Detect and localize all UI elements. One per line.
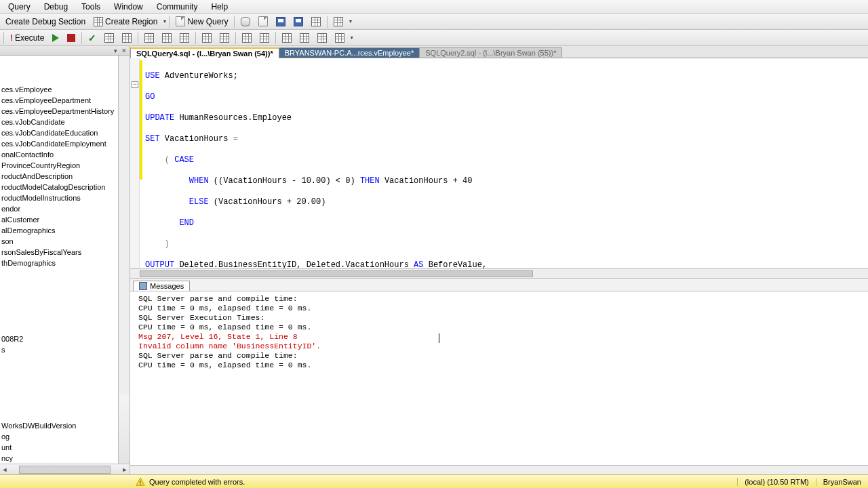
message-line: CPU time = 0 ms, elapsed time = 0 ms. (138, 361, 860, 370)
toolbar-main: Create Debug Section Create Region ▼ New… (0, 14, 868, 30)
create-debug-section-button[interactable]: Create Debug Section (1, 16, 90, 28)
activity-button[interactable] (330, 16, 347, 28)
tree-item[interactable]: 008R2 (0, 333, 119, 344)
document-tabs: SQLQuery4.sql - (l...\Bryan Swan (54))* … (130, 46, 868, 58)
tree-item[interactable]: thDemographics (0, 258, 119, 268)
messages-icon (139, 282, 147, 290)
values-icon (282, 33, 292, 43)
fold-minus-icon[interactable]: − (132, 81, 138, 88)
tab-vemployee[interactable]: BRYANSWAN-PC.A...rces.vEmployee* (279, 47, 420, 58)
tree-item[interactable]: WorksDWBuildVersion (0, 420, 119, 431)
tree-item[interactable]: roductModelCatalogDescription (0, 182, 119, 192)
object-tree-lower[interactable]: WorksDWBuildVersion og unt ncy (0, 394, 130, 464)
sql-editor[interactable]: − USE AdventureWorks; GO UPDATE HumanRes… (130, 58, 868, 268)
tree-item[interactable]: alCustomer (0, 214, 119, 225)
tree-item[interactable]: roductAndDescription (0, 171, 119, 182)
tree-item[interactable]: ces.vJobCandidate (0, 117, 119, 127)
tree-item[interactable]: roductModelInstructions (0, 192, 119, 203)
status-message: Query completed with errors. (149, 478, 245, 486)
outdent-icon (260, 33, 269, 43)
code-content[interactable]: USE AdventureWorks; GO UPDATE HumanResou… (130, 58, 868, 268)
menu-help[interactable]: Help (204, 1, 235, 13)
specify-values-button[interactable] (278, 32, 296, 44)
messages-pane[interactable]: SQL Server parse and compile time: CPU t… (130, 291, 868, 465)
tree-item[interactable]: rsonSalesByFiscalYears (0, 247, 119, 258)
menu-query[interactable]: Query (1, 1, 37, 13)
execute-button[interactable]: ! Execute (6, 32, 48, 44)
outdent-button[interactable] (256, 32, 273, 44)
fold-gutter: − (130, 58, 140, 268)
intellisense-button[interactable] (331, 32, 349, 44)
scroll-right-icon[interactable]: ► (120, 466, 130, 473)
database-icon (241, 17, 250, 26)
tree-item[interactable]: alDemographics (0, 225, 119, 236)
options-icon (122, 33, 132, 43)
indent-button[interactable] (238, 32, 256, 44)
dropdown-arrow-icon[interactable]: ▼ (162, 19, 167, 24)
message-line: SQL Server Execution Times: (138, 313, 860, 323)
tree-item[interactable]: ces.vJobCandidateEmployment (0, 138, 119, 149)
pin-icon[interactable]: ▾ (111, 47, 119, 54)
tree-item[interactable]: onalContactInfo (0, 149, 119, 160)
menu-tools[interactable]: Tools (75, 1, 107, 13)
print-button[interactable] (307, 16, 325, 28)
query-options-button[interactable] (118, 32, 136, 44)
tree-item[interactable]: ces.vEmployeeDepartmentHistory (0, 106, 119, 117)
stats-icon (317, 33, 327, 43)
comment-icon (202, 33, 212, 43)
tree-item[interactable]: endor (0, 203, 119, 214)
open-file-button[interactable] (254, 15, 272, 28)
dropdown-arrow-icon[interactable]: ▼ (349, 35, 354, 40)
play-icon (52, 34, 59, 42)
editor-hscroll[interactable] (130, 268, 868, 278)
tree-item[interactable]: ces.vEmployeeDepartment (0, 95, 119, 106)
uncomment-button[interactable] (216, 32, 233, 44)
text-cursor (439, 333, 439, 343)
indent-icon (242, 33, 252, 43)
tree-item[interactable]: unt (0, 442, 119, 453)
tab-sqlquery4[interactable]: SQLQuery4.sql - (l...\Bryan Swan (54))* (130, 47, 279, 58)
messages-hscroll[interactable] (130, 465, 868, 474)
open-button[interactable] (237, 16, 254, 28)
display-plan-button[interactable] (100, 32, 118, 44)
scroll-thumb[interactable] (140, 270, 533, 277)
save-all-button[interactable] (290, 16, 307, 28)
comment-button[interactable] (198, 32, 216, 44)
scroll-thumb[interactable] (19, 466, 111, 474)
include-icon (300, 33, 309, 43)
warning-icon: ! (136, 477, 145, 487)
stop-button[interactable] (63, 33, 79, 43)
create-region-button[interactable]: Create Region (90, 16, 161, 28)
tree-item[interactable]: ncy (0, 453, 119, 464)
include-plan-button[interactable] (296, 32, 313, 44)
open-file-icon (258, 16, 268, 26)
menu-debug[interactable]: Debug (37, 1, 75, 13)
include-stats-button[interactable] (313, 32, 331, 44)
object-explorer-panel: ▾ ✕ ces.vEmployee ces.vEmployeeDepartmen… (0, 46, 130, 474)
tree-item[interactable]: s (0, 344, 119, 355)
sidebar-hscroll[interactable]: ◄ ► (0, 464, 130, 474)
results-text-button[interactable] (140, 32, 158, 44)
results-file-button[interactable] (176, 32, 193, 44)
scroll-left-icon[interactable]: ◄ (0, 466, 9, 473)
menu-window[interactable]: Window (107, 1, 150, 13)
tab-messages[interactable]: Messages (133, 281, 190, 291)
tree-item[interactable]: og (0, 431, 119, 442)
results-grid-button[interactable] (158, 32, 176, 44)
execute-icon: ! (10, 33, 13, 43)
tree-item[interactable]: ces.vJobCandidateEducation (0, 127, 119, 138)
dropdown-arrow-icon[interactable]: ▼ (348, 19, 353, 24)
tree-item[interactable]: son (0, 236, 119, 247)
error-line: Invalid column name 'BusinessEntityID'. (138, 342, 860, 351)
new-query-button[interactable]: New Query (172, 15, 232, 28)
tab-sqlquery2[interactable]: SQLQuery2.sql - (l...\Bryan Swan (55))* (419, 47, 562, 58)
tree-item[interactable]: ces.vEmployee (0, 84, 119, 95)
menu-community[interactable]: Community (150, 1, 205, 13)
check-icon: ✓ (88, 33, 96, 43)
debug-button[interactable] (48, 33, 63, 43)
parse-button[interactable]: ✓ (84, 31, 100, 45)
tree-item[interactable]: ProvinceCountryRegion (0, 160, 119, 171)
close-icon[interactable]: ✕ (120, 47, 128, 54)
object-tree[interactable]: ces.vEmployee ces.vEmployeeDepartment ce… (0, 56, 130, 394)
save-button[interactable] (272, 16, 290, 28)
